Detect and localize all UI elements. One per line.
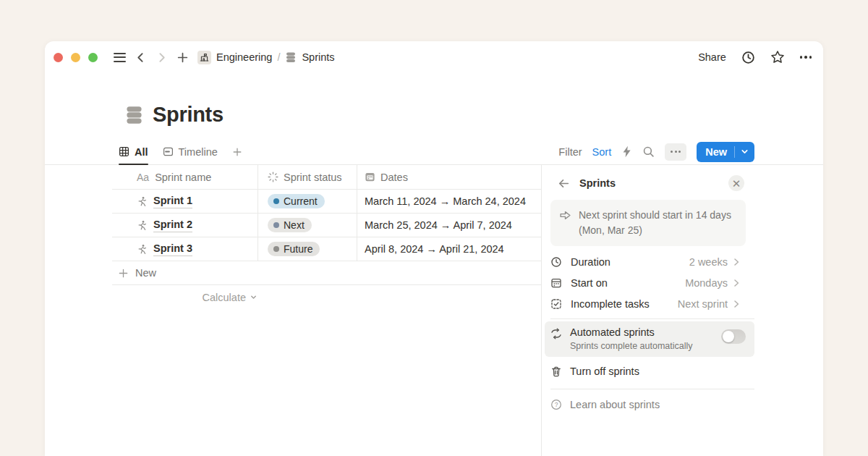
status-dot [273, 198, 279, 204]
sprint-name-cell[interactable]: Sprint 3 [112, 237, 258, 261]
filter-button[interactable]: Filter [558, 146, 582, 158]
turn-off-sprints-button[interactable]: Turn off sprints [550, 358, 754, 384]
view-settings-icon[interactable] [665, 143, 686, 161]
tab-timeline-label: Timeline [179, 146, 218, 158]
status-dot [273, 246, 279, 252]
new-row-button[interactable]: New [112, 261, 541, 285]
svg-text:?: ? [555, 401, 558, 408]
search-icon[interactable] [642, 145, 655, 158]
panel-header: Sprints ✕ [558, 172, 744, 194]
column-header-sprint-name[interactable]: Aa Sprint name [112, 165, 258, 189]
forward-icon[interactable] [156, 51, 168, 64]
app-window: Engineering / Sprints Share Sprints [45, 41, 823, 456]
chevron-right-icon [733, 279, 740, 287]
tab-timeline[interactable]: Timeline [163, 139, 218, 164]
breadcrumb-page[interactable]: Sprints [302, 51, 334, 63]
new-row-label: New [135, 267, 156, 279]
page-title: Sprints [153, 103, 224, 127]
status-label: Next [284, 219, 305, 231]
chevron-right-icon [733, 258, 740, 266]
dates-cell[interactable]: March 25, 2024 → April 7, 2024 [357, 214, 541, 237]
setting-value: Mondays [685, 277, 728, 289]
window-close-button[interactable] [54, 53, 63, 62]
calendar-icon [550, 277, 563, 289]
window-minimize-button[interactable] [71, 53, 80, 62]
more-options-icon[interactable] [800, 56, 812, 58]
workspace-icon [197, 51, 211, 64]
share-button[interactable]: Share [698, 51, 726, 63]
breadcrumb-workspace[interactable]: Engineering [216, 51, 272, 63]
column-label: Sprint status [284, 172, 342, 183]
sidebar-menu-icon[interactable] [114, 53, 126, 62]
view-tabs: All Timeline [119, 139, 242, 164]
toggle-knob [723, 331, 734, 342]
window-zoom-button[interactable] [88, 53, 98, 62]
tab-all[interactable]: All [119, 139, 148, 164]
runner-icon [137, 220, 148, 231]
clock-icon [550, 256, 563, 268]
new-button-label: New [697, 146, 734, 158]
sprints-table: Aa Sprint name Sprint status [112, 165, 541, 309]
calculate-button[interactable]: Calculate [112, 285, 258, 309]
setting-incomplete-tasks[interactable]: Incomplete tasks Next sprint [550, 293, 754, 314]
trash-icon [550, 366, 562, 377]
calculate-label: Calculate [203, 292, 246, 303]
turn-off-sprints-label: Turn off sprints [570, 366, 639, 377]
setting-start-on[interactable]: Start on Mondays [550, 272, 754, 293]
next-sprint-notice: Next sprint should start in 14 days (Mon… [550, 200, 746, 246]
sprint-status-cell[interactable]: Next [258, 214, 357, 237]
automations-bolt-icon[interactable] [621, 145, 632, 158]
view-bar: All Timeline Filter Sort New [45, 139, 823, 165]
favorite-star-icon[interactable] [770, 50, 785, 64]
setting-value: 2 weeks [689, 256, 728, 268]
new-button[interactable]: New [697, 142, 754, 162]
date-range: March 11, 2024 → March 24, 2024 [365, 195, 526, 207]
main-content: Aa Sprint name Sprint status [45, 165, 823, 456]
status-label: Current [284, 195, 318, 207]
dates-cell[interactable]: March 11, 2024 → March 24, 2024 [357, 190, 541, 213]
repeat-icon [550, 328, 562, 339]
back-icon[interactable] [135, 51, 147, 64]
sprint-link[interactable]: Sprint 3 [153, 242, 192, 256]
automated-sprints-toggle[interactable] [721, 329, 746, 344]
table-header-row: Aa Sprint name Sprint status [112, 165, 541, 190]
setting-duration[interactable]: Duration 2 weeks [550, 251, 754, 272]
panel-divider [550, 318, 754, 319]
status-spinner-icon [268, 172, 278, 182]
dates-cell[interactable]: April 8, 2024 → April 21, 2024 [357, 237, 541, 261]
sprint-status-cell[interactable]: Future [258, 237, 357, 261]
setting-value: Next sprint [678, 298, 728, 310]
page-header: Sprints [124, 102, 823, 127]
sprint-name-cell[interactable]: Sprint 1 [112, 190, 258, 213]
panel-back-icon[interactable] [558, 177, 570, 190]
sprint-link[interactable]: Sprint 1 [153, 194, 192, 208]
status-dot [273, 222, 279, 228]
tab-all-label: All [135, 146, 148, 158]
table-row: Sprint 2 Next March 25, 2024 → April 7, … [112, 214, 541, 237]
table-area: Aa Sprint name Sprint status [45, 165, 541, 456]
automated-sprints-text: Automated sprints Sprints complete autom… [570, 326, 693, 352]
sprint-status-cell[interactable]: Current [258, 190, 357, 213]
status-pill: Next [268, 218, 312, 232]
automated-sprints-row[interactable]: Automated sprints Sprints complete autom… [545, 321, 754, 357]
learn-about-sprints-link[interactable]: ? Learn about sprints [550, 392, 754, 417]
sort-button[interactable]: Sort [592, 146, 612, 158]
breadcrumb-separator: / [277, 51, 280, 63]
page-database-icon [124, 105, 144, 124]
database-icon [285, 51, 297, 63]
notice-text: Next sprint should start in 14 days (Mon… [579, 208, 731, 238]
breadcrumb: Engineering / Sprints [197, 51, 335, 64]
column-header-dates[interactable]: Dates [357, 165, 541, 189]
learn-about-sprints-label: Learn about sprints [570, 399, 660, 410]
add-view-icon[interactable] [232, 139, 242, 164]
column-header-sprint-status[interactable]: Sprint status [258, 165, 357, 189]
panel-title: Sprints [579, 177, 616, 189]
history-clock-icon[interactable] [741, 51, 755, 64]
text-property-icon: Aa [137, 172, 149, 183]
help-question-icon: ? [550, 399, 562, 410]
new-button-chevron-down-icon[interactable] [735, 148, 754, 156]
new-page-icon[interactable] [176, 51, 189, 64]
panel-close-icon[interactable]: ✕ [728, 175, 744, 191]
sprint-name-cell[interactable]: Sprint 2 [112, 214, 258, 237]
sprint-link[interactable]: Sprint 2 [153, 218, 192, 232]
